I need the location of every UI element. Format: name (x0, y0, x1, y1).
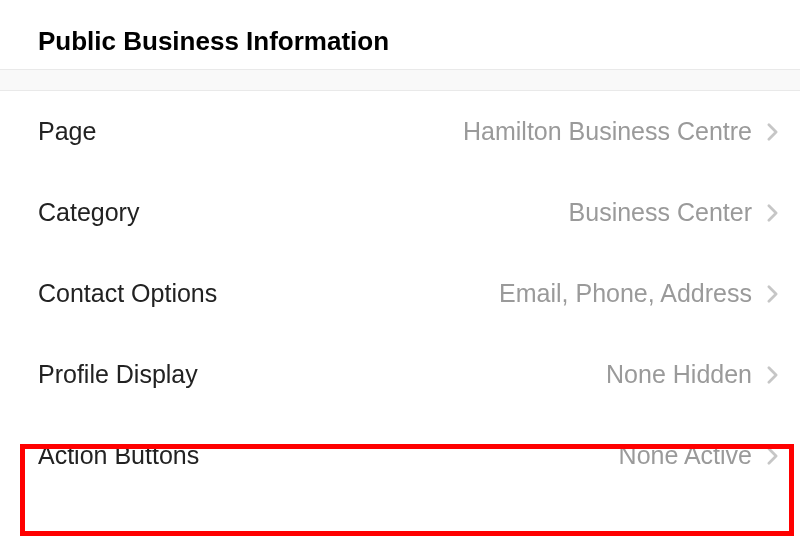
chevron-right-icon (762, 284, 782, 304)
section-title: Public Business Information (0, 0, 800, 69)
row-label: Action Buttons (38, 441, 199, 470)
chevron-right-icon (762, 203, 782, 223)
row-label: Contact Options (38, 279, 217, 308)
row-action-buttons[interactable]: Action Buttons None Active (0, 415, 800, 496)
row-value: Business Center (569, 198, 752, 227)
row-value: None Active (619, 441, 752, 470)
section-divider (0, 69, 800, 91)
row-value: Email, Phone, Address (499, 279, 752, 308)
row-page[interactable]: Page Hamilton Business Centre (0, 91, 800, 172)
row-contact-options[interactable]: Contact Options Email, Phone, Address (0, 253, 800, 334)
chevron-right-icon (762, 365, 782, 385)
row-label: Profile Display (38, 360, 198, 389)
chevron-right-icon (762, 446, 782, 466)
settings-list: Page Hamilton Business Centre Category B… (0, 91, 800, 496)
chevron-right-icon (762, 122, 782, 142)
settings-section: Public Business Information Page Hamilto… (0, 0, 800, 496)
row-value: None Hidden (606, 360, 752, 389)
row-label: Category (38, 198, 139, 227)
row-profile-display[interactable]: Profile Display None Hidden (0, 334, 800, 415)
row-value: Hamilton Business Centre (463, 117, 752, 146)
row-category[interactable]: Category Business Center (0, 172, 800, 253)
row-label: Page (38, 117, 96, 146)
